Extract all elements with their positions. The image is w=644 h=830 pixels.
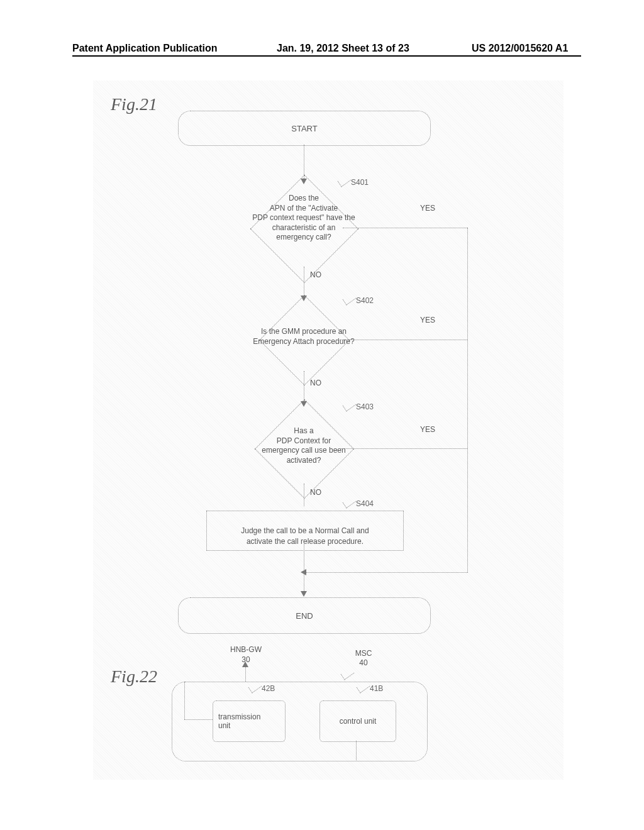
- callout-tick-icon: [343, 293, 357, 306]
- decision-s403-text: Has a PDP Context for emergency call use…: [235, 426, 373, 465]
- tx-unit-num: 42B: [262, 684, 275, 693]
- flow-line: [304, 267, 305, 298]
- process-s404: Judge the call to be a Normal Call and a…: [206, 511, 404, 551]
- msc-label: MSC: [351, 649, 376, 659]
- header-left: Patent Application Publication: [72, 43, 218, 54]
- page: Patent Application Publication Jan. 19, …: [0, 0, 644, 830]
- flow-line: [184, 719, 213, 721]
- flow-line: [336, 340, 467, 341]
- decision-s401-text: Does the APN of the "Activate PDP contex…: [228, 194, 379, 243]
- end-terminal: END: [178, 597, 431, 634]
- flow-line: [304, 572, 468, 573]
- transmission-unit: transmission unit: [213, 700, 286, 742]
- branch-yes-1: YES: [420, 204, 435, 213]
- flow-line: [340, 448, 467, 450]
- flow-line: [343, 228, 467, 229]
- arrow-down-icon: [301, 591, 307, 597]
- fig22-label: Fig.22: [111, 667, 157, 687]
- start-terminal: START: [178, 111, 431, 146]
- control-unit: control unit: [319, 700, 396, 742]
- callout-tick-icon: [341, 668, 355, 680]
- msc-num: 40: [354, 658, 373, 668]
- header-right: US 2012/0015620 A1: [472, 43, 568, 54]
- end-text: END: [296, 611, 313, 621]
- step-s401-id: S401: [351, 178, 369, 187]
- callout-tick-icon: [338, 175, 352, 187]
- figure-area: Fig.21 START Does the APN of the "Activa…: [93, 80, 564, 780]
- branch-no-3: NO: [310, 488, 321, 497]
- flow-line: [304, 484, 305, 506]
- hnb-gw-label: HNB-GW: [221, 645, 271, 655]
- flow-line: [184, 682, 186, 719]
- ctrl-unit-num: 41B: [370, 684, 383, 693]
- flow-line: [245, 665, 247, 682]
- fig21-label: Fig.21: [111, 94, 157, 114]
- callout-tick-icon: [343, 399, 357, 412]
- decision-s402-text: Is the GMM procedure an Emergency Attach…: [225, 327, 382, 346]
- step-s404-id: S404: [356, 499, 374, 508]
- callout-tick-icon: [343, 496, 357, 509]
- control-unit-text: control unit: [340, 717, 377, 726]
- branch-yes-3: YES: [420, 425, 435, 434]
- flow-line: [304, 540, 305, 594]
- step-s402-id: S402: [356, 296, 374, 305]
- arrow-up-icon: [242, 661, 248, 667]
- header-rule: [72, 55, 581, 57]
- flow-line: [356, 741, 357, 760]
- flow-line: [467, 228, 469, 572]
- transmission-unit-text: transmission unit: [218, 712, 260, 730]
- start-text: START: [291, 124, 317, 133]
- step-s403-id: S403: [356, 402, 374, 411]
- branch-yes-2: YES: [420, 316, 435, 324]
- branch-no-1: NO: [310, 270, 321, 279]
- branch-no-2: NO: [310, 379, 321, 387]
- header-mid: Jan. 19, 2012 Sheet 13 of 23: [277, 43, 409, 54]
